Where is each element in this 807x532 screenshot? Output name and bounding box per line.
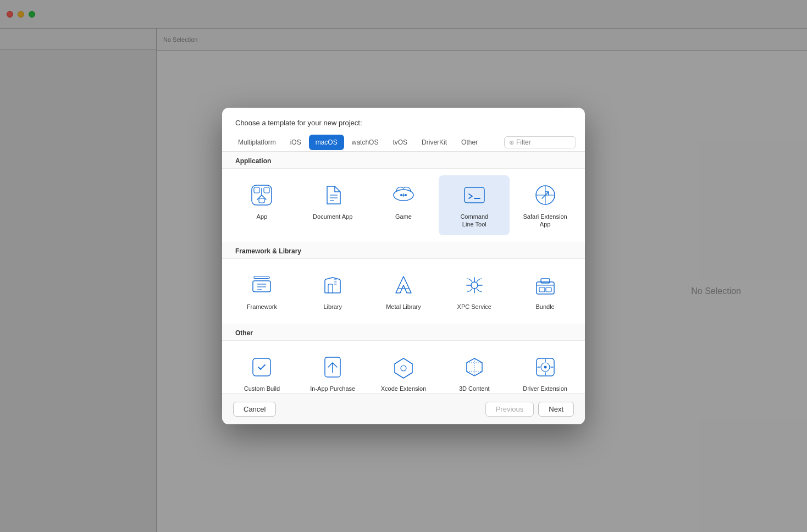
template-game[interactable]: Game [368,175,439,235]
driver-ext-label: Driver Extension [523,385,567,392]
svg-rect-3 [259,198,264,203]
svg-rect-2 [264,187,269,193]
framework-label: Framework [247,303,277,311]
section-other-header: Other [222,324,585,341]
library-icon [319,272,346,298]
document-app-label: Document App [313,213,352,220]
svg-point-23 [471,282,478,289]
plugin-icon [248,354,275,380]
cancel-button[interactable]: Cancel [233,402,276,417]
app-label: App [257,213,268,220]
template-list: Application App [222,152,585,394]
tab-driverkit[interactable]: DriverKit [415,135,454,150]
application-grid: App Document App [222,169,585,242]
xpc-service-label: XPC Service [457,303,491,311]
plugin-label: Custom BuildTool Plug-in [244,385,280,394]
modal-title: Choose a template for your new project: [222,108,585,134]
tab-tvos[interactable]: tvOS [386,135,414,150]
tab-macos[interactable]: macOS [309,135,344,150]
template-framework[interactable]: Framework [226,265,297,317]
template-driver-ext[interactable]: Driver Extension [510,347,581,394]
section-framework-header: Framework & Library [222,242,585,259]
xcode-ext-icon [390,354,417,380]
tab-multiplatform[interactable]: Multiplatform [231,135,283,150]
template-library[interactable]: Library [297,265,368,317]
svg-rect-28 [253,358,270,376]
template-in-app[interactable]: In-App PurchaseContent [297,347,368,394]
tab-watchos[interactable]: watchOS [345,135,385,150]
library-label: Library [323,303,342,311]
previous-button[interactable]: Previous [485,402,534,417]
xcode-ext-label: Xcode Extension [381,385,427,392]
section-application-header: Application [222,152,585,169]
svg-rect-1 [254,187,259,193]
filter-box[interactable]: ⊛ [504,136,576,148]
modal-overlay: Choose a template for your new project: … [0,0,807,532]
3d-content-icon [461,354,488,380]
game-label: Game [395,213,412,220]
bundle-label: Bundle [535,303,554,311]
bundle-icon [532,272,559,298]
app-icon [248,182,275,208]
in-app-icon [319,354,346,380]
safari-extension-icon [532,182,559,208]
svg-point-33 [544,365,546,368]
tab-bar: Multiplatform iOS macOS watchOS tvOS Dri… [222,134,585,152]
template-metal-library[interactable]: Metal Library [368,265,439,317]
command-line-tool-icon [461,182,488,208]
template-xcode-ext[interactable]: Xcode Extension [368,347,439,394]
document-app-icon [319,182,346,208]
metal-library-icon [390,272,417,298]
filter-icon: ⊛ [509,139,514,146]
template-3d-content[interactable]: 3D Content [439,347,510,394]
template-app[interactable]: App [226,175,297,235]
tab-ios[interactable]: iOS [284,135,308,150]
template-plugin[interactable]: Custom BuildTool Plug-in [226,347,297,394]
svg-rect-25 [541,279,550,283]
framework-icon [248,272,275,298]
game-icon [390,182,417,208]
next-button[interactable]: Next [538,402,574,417]
template-safari-extension[interactable]: Safari ExtensionApp [510,175,581,235]
template-bundle[interactable]: Bundle [510,265,581,317]
3d-content-label: 3D Content [459,385,490,392]
new-project-dialog: Choose a template for your new project: … [222,108,585,424]
svg-rect-27 [546,287,551,292]
safari-extension-label: Safari ExtensionApp [523,213,567,229]
svg-rect-26 [539,287,545,292]
svg-point-30 [401,365,406,371]
xpc-service-icon [461,272,488,298]
driver-ext-icon [532,354,559,380]
template-command-line-tool[interactable]: CommandLine Tool [439,175,510,235]
other-grid: Custom BuildTool Plug-in In-App Purchase… [222,341,585,394]
svg-rect-12 [465,187,484,203]
command-line-tool-label: CommandLine Tool [460,213,488,229]
svg-rect-17 [253,281,270,292]
metal-library-label: Metal Library [386,303,421,311]
filter-input[interactable] [516,138,571,146]
framework-grid: Framework Library [222,259,585,324]
tab-other[interactable]: Other [455,135,484,150]
in-app-label: In-App PurchaseContent [310,385,355,394]
template-document-app[interactable]: Document App [297,175,368,235]
template-xpc-service[interactable]: XPC Service [439,265,510,317]
modal-footer: Cancel Previous Next [222,394,585,424]
